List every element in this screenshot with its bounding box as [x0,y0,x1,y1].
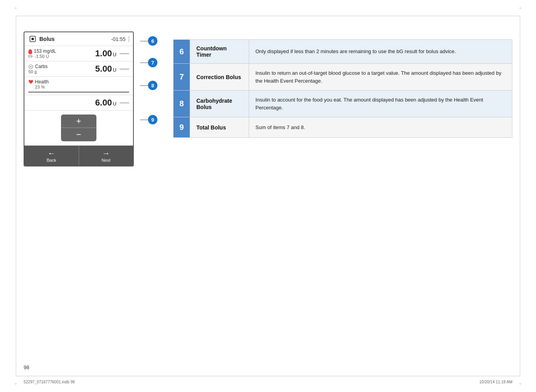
tick-top-right [519,8,521,8]
badge-6-wrapper: 6 [140,36,157,46]
carbs-label: Carbs [28,64,95,69]
device-header-timer: -01:55 [111,36,126,42]
svg-rect-1 [31,38,34,40]
header-divider [129,36,129,42]
tick-bottom-left [15,384,17,384]
health-separator [28,92,129,92]
badge-6-line [140,41,148,41]
table-num-8: 8 [174,91,190,117]
next-label: Next [102,158,111,163]
carbs-sublabel: 50 g [28,69,95,74]
bolus-icon [28,35,37,43]
svg-rect-2 [29,55,32,57]
table-num-7: 7 [174,64,190,91]
table-desc-7: Insulin to return an out-of-target blood… [249,64,512,91]
device-header-right: -01:55 [111,36,129,42]
info-table: 6 Countdown Timer Only displayed if less… [173,39,512,138]
device-row-health: Health 23 % [24,77,133,95]
table-term-6: Countdown Timer [190,40,249,64]
footer-date: 10/20/14 11:18 AM [479,380,512,384]
back-label: Back [47,158,56,163]
device-row-carbs: Carbs 50 g 5.00U [24,61,133,77]
badge-9-wrapper: 9 [140,115,157,124]
table-term-7: Correction Bolus [190,64,249,91]
total-value: 6.00U [95,98,116,108]
heart-icon [28,80,33,84]
plus-minus-block: + − [61,115,96,141]
minus-button[interactable]: − [61,128,96,141]
device-screen: Bolus -01:55 153 mg/dL -1.50 U [24,31,134,166]
badge-7-line [140,63,148,63]
back-arrow-icon: ← [48,149,55,158]
blood-sublabel: -1.50 U [28,54,95,59]
health-label: Health [28,79,129,85]
badge-7-wrapper: 7 [140,58,157,67]
next-arrow-icon: → [102,149,110,158]
blood-drop-icon [28,49,32,54]
page-border-top [16,16,520,16]
carbs-value: 5.00U [95,64,116,74]
page-border-bottom [16,376,520,376]
blood-labels: 153 mg/dL -1.50 U [28,48,95,59]
table-row-6: 6 Countdown Timer Only displayed if less… [174,40,512,64]
device-header-title: Bolus [39,36,55,42]
back-button[interactable]: ← Back [24,146,79,166]
page-border-right [520,16,520,376]
blood-value: 1.00U [95,48,116,59]
badge-7: 7 [148,58,157,67]
main-content: Bolus -01:55 153 mg/dL -1.50 U [24,31,512,361]
device-header-left: Bolus [28,35,55,43]
table-term-9: Total Bolus [190,117,249,138]
table-num-6: 6 [174,40,190,64]
connector-line-3 [120,103,129,103]
table-desc-9: Sum of items 7 and 8. [249,117,512,138]
plus-button[interactable]: + [61,115,96,128]
next-button[interactable]: → Next [79,146,133,166]
table-row-9: 9 Total Bolus Sum of items 7 and 8. [174,117,512,138]
device-area: Bolus -01:55 153 mg/dL -1.50 U [24,31,157,166]
badge-8-wrapper: 8 [140,81,157,90]
page-border-left [16,16,16,376]
blood-label: 153 mg/dL [28,48,95,54]
tick-bottom-right [519,384,521,384]
connector-line-2 [120,69,129,69]
health-sublabel: 23 % [28,85,129,89]
badge-9-line [140,120,148,120]
table-desc-8: Insulin to account for the food you eat.… [249,91,512,117]
plus-minus-area: + − [24,111,133,146]
badge-8-line [140,85,148,86]
carbs-labels: Carbs 50 g [28,64,95,74]
syringe-icon [28,54,33,59]
badge-9: 9 [148,115,157,124]
device-row-total: 6.00U [24,95,133,111]
device-nav: ← Back → Next [24,146,133,166]
table-row-8: 8 Carbohydrate Bolus Insulin to account … [174,91,512,117]
table-term-8: Carbohydrate Bolus [190,91,249,117]
table-desc-6: Only displayed if less than 2 minutes ar… [249,40,512,64]
table-num-9: 9 [174,117,190,138]
carbs-icon [28,64,33,69]
device-row-blood: 153 mg/dL -1.50 U 1.00U [24,46,133,61]
device-header-row: Bolus -01:55 [24,32,133,46]
badge-6: 6 [148,36,157,46]
connector-line-1 [120,54,129,54]
info-table-section: 6 Countdown Timer Only displayed if less… [173,39,512,138]
tick-top-left [15,8,17,8]
footer-file: 52297_07167776001.indb 98 [24,380,75,384]
table-row-7: 7 Correction Bolus Insulin to return an … [174,64,512,91]
page-number: 98 [24,364,29,370]
badge-8: 8 [148,81,157,90]
